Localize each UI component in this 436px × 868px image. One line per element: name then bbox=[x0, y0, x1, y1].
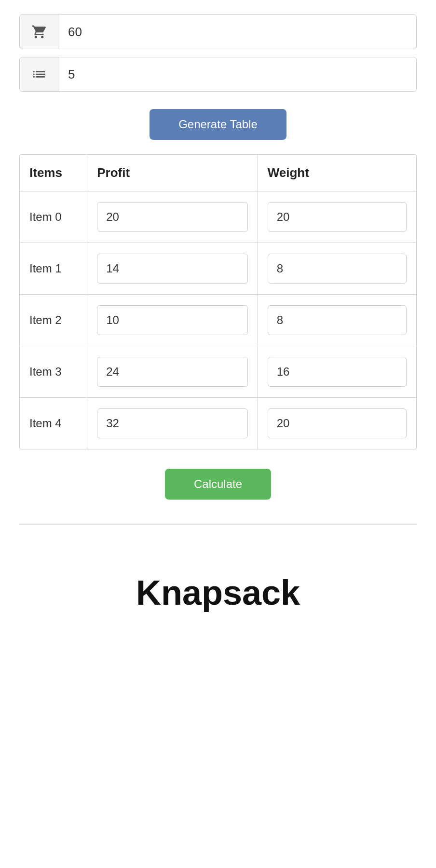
item-profit-input-2[interactable] bbox=[97, 305, 247, 335]
calculate-button[interactable]: Calculate bbox=[165, 469, 271, 500]
item-weight-cell-1 bbox=[258, 243, 416, 295]
col-header-weight: Weight bbox=[258, 155, 416, 191]
generate-table-button[interactable]: Generate Table bbox=[150, 109, 286, 140]
item-profit-input-4[interactable] bbox=[97, 408, 247, 438]
item-label-4: Item 4 bbox=[20, 398, 87, 449]
item-weight-input-1[interactable] bbox=[268, 254, 407, 284]
table-row: Item 1 bbox=[20, 243, 416, 295]
capacity-input[interactable] bbox=[58, 17, 416, 47]
table-row: Item 3 bbox=[20, 346, 416, 398]
capacity-input-row bbox=[19, 14, 417, 49]
col-header-items: Items bbox=[20, 155, 87, 191]
item-weight-cell-2 bbox=[258, 295, 416, 346]
item-weight-cell-0 bbox=[258, 191, 416, 243]
list-icon bbox=[31, 67, 47, 82]
item-profit-cell-2 bbox=[87, 295, 258, 346]
divider bbox=[19, 524, 417, 525]
item-weight-input-0[interactable] bbox=[268, 202, 407, 232]
list-icon-box bbox=[20, 57, 58, 91]
col-header-profit: Profit bbox=[87, 155, 258, 191]
item-profit-cell-4 bbox=[87, 398, 258, 449]
item-profit-cell-0 bbox=[87, 191, 258, 243]
items-count-input-row bbox=[19, 57, 417, 92]
table-row: Item 0 bbox=[20, 191, 416, 243]
item-profit-input-1[interactable] bbox=[97, 254, 247, 284]
knapsack-table: Items Profit Weight Item 0Item 1Item 2It… bbox=[19, 154, 417, 449]
item-label-1: Item 1 bbox=[20, 243, 87, 295]
item-profit-cell-3 bbox=[87, 346, 258, 398]
table-row: Item 2 bbox=[20, 295, 416, 346]
item-weight-input-2[interactable] bbox=[268, 305, 407, 335]
cart-icon-box bbox=[20, 15, 58, 49]
item-profit-input-3[interactable] bbox=[97, 357, 247, 387]
item-profit-cell-1 bbox=[87, 243, 258, 295]
item-weight-cell-3 bbox=[258, 346, 416, 398]
item-weight-input-3[interactable] bbox=[268, 357, 407, 387]
item-label-2: Item 2 bbox=[20, 295, 87, 346]
item-profit-input-0[interactable] bbox=[97, 202, 247, 232]
item-weight-input-4[interactable] bbox=[268, 408, 407, 438]
item-label-0: Item 0 bbox=[20, 191, 87, 243]
page-title: Knapsack bbox=[136, 573, 300, 612]
item-weight-cell-4 bbox=[258, 398, 416, 449]
table-row: Item 4 bbox=[20, 398, 416, 449]
cart-icon bbox=[31, 24, 47, 40]
items-count-input[interactable] bbox=[58, 59, 416, 90]
item-label-3: Item 3 bbox=[20, 346, 87, 398]
